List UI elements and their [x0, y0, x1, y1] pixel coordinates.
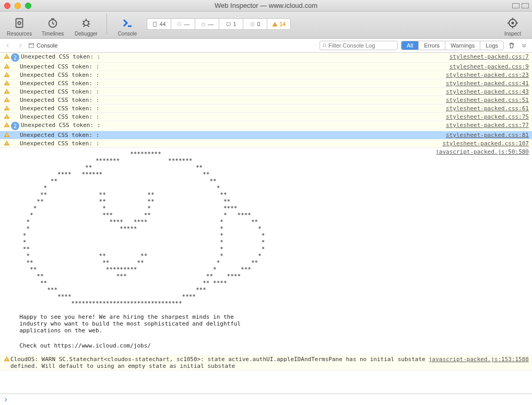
- source-link[interactable]: stylesheet-packed.css:75: [446, 113, 529, 120]
- toolbar: Resources Timelines Debugger Console 44 …: [0, 11, 532, 39]
- stat-timer[interactable]: —: [195, 18, 219, 30]
- window-layout-controls[interactable]: [512, 3, 529, 8]
- console-row[interactable]: Unexpected CSS token: :stylesheet-packed…: [0, 140, 532, 148]
- segment-logs[interactable]: Logs: [480, 41, 503, 50]
- log-message: Unexpected CSS token: :: [20, 113, 446, 120]
- source-link[interactable]: stylesheet-packed.css:61: [446, 105, 529, 112]
- svg-rect-26: [7, 116, 7, 118]
- warning-icon: [3, 132, 10, 138]
- svg-rect-31: [7, 136, 7, 136]
- console-row[interactable]: Unexpected CSS token: :stylesheet-packed…: [0, 79, 532, 88]
- svg-rect-27: [7, 118, 7, 118]
- svg-point-5: [202, 22, 205, 26]
- minimize-window-button[interactable]: [15, 3, 21, 9]
- svg-rect-32: [7, 143, 7, 144]
- console-row[interactable]: 2Unexpected CSS token: :stylesheet-packe…: [0, 53, 532, 63]
- segment-all[interactable]: All: [401, 41, 419, 50]
- filter-console-input[interactable]: [327, 42, 395, 49]
- svg-rect-30: [7, 134, 7, 136]
- svg-rect-17: [7, 76, 7, 76]
- stat-bells[interactable]: —: [171, 18, 195, 30]
- svg-rect-34: [7, 358, 7, 360]
- overflow-button[interactable]: [519, 41, 529, 50]
- close-window-button[interactable]: [4, 3, 10, 9]
- tab-timelines[interactable]: Timelines: [37, 16, 69, 37]
- console-row[interactable]: Unexpected CSS token: :stylesheet-packed…: [0, 96, 532, 105]
- log-level-segment: All Errors Warnings Logs: [401, 41, 504, 50]
- log-message: CloudOS: WARN SC.Statechart<cloudos-stat…: [10, 356, 429, 369]
- source-link[interactable]: stylesheet-packed.css:23: [446, 72, 529, 78]
- source-link[interactable]: stylesheet-packed.css:7: [450, 53, 529, 60]
- console-row[interactable]: Unexpected CSS token: :stylesheet-packed…: [0, 88, 532, 96]
- source-link[interactable]: javascript-packed.js:50:580: [435, 148, 529, 155]
- nav-forward[interactable]: [16, 41, 25, 50]
- svg-rect-21: [7, 92, 7, 93]
- source-link[interactable]: stylesheet-packed.css:77: [446, 122, 529, 129]
- console-prompt[interactable]: [0, 394, 532, 405]
- source-link[interactable]: stylesheet-packed.css:51: [446, 97, 529, 103]
- source-link[interactable]: stylesheet-packed.css:43: [446, 88, 529, 95]
- svg-rect-4: [153, 22, 157, 26]
- svg-rect-6: [227, 22, 230, 26]
- log-message: Unexpected CSS token: :: [20, 132, 446, 138]
- stat-documents[interactable]: 44: [147, 18, 171, 30]
- console-row[interactable]: Unexpected CSS token: :stylesheet-packed…: [0, 63, 532, 71]
- console-row[interactable]: Unexpected CSS token: :stylesheet-packed…: [0, 71, 532, 79]
- warning-icon: [3, 88, 10, 95]
- inspect-button[interactable]: Inspect: [496, 16, 529, 37]
- svg-point-9: [512, 22, 514, 24]
- svg-rect-0: [16, 19, 23, 28]
- segment-errors[interactable]: Errors: [419, 41, 445, 50]
- filter-input-wrapper[interactable]: [320, 41, 398, 50]
- source-link[interactable]: stylesheet-packed.css:107: [442, 140, 529, 147]
- console-row[interactable]: Unexpected CSS token: :stylesheet-packed…: [0, 131, 532, 140]
- log-message: Unexpected CSS token: :: [20, 140, 442, 147]
- stat-errors[interactable]: 0: [243, 18, 267, 30]
- segment-warnings[interactable]: Warnings: [445, 41, 480, 50]
- svg-point-3: [84, 20, 88, 25]
- log-message: Unexpected CSS token: :: [20, 72, 446, 78]
- svg-rect-23: [7, 101, 7, 101]
- warning-icon: [3, 356, 10, 362]
- svg-rect-15: [7, 67, 7, 68]
- repeat-count-badge: 2: [11, 53, 19, 62]
- console-row[interactable]: 2Unexpected CSS token: :stylesheet-packe…: [0, 121, 532, 131]
- console-row[interactable]: Unexpected CSS token: :stylesheet-packed…: [0, 113, 532, 121]
- source-link[interactable]: stylesheet-packed.css:41: [446, 80, 529, 87]
- stopwatch-icon: [47, 16, 58, 30]
- console-log-area[interactable]: 2Unexpected CSS token: :stylesheet-packe…: [0, 53, 532, 394]
- breadcrumb-label[interactable]: Console: [28, 42, 57, 49]
- svg-rect-24: [7, 108, 7, 109]
- log-message: Unexpected CSS token: :: [21, 53, 450, 60]
- warning-icon: [3, 140, 10, 146]
- svg-rect-19: [7, 84, 7, 85]
- stat-warnings[interactable]: 14: [267, 18, 291, 30]
- console-row-ascii[interactable]: ********* ******* ******* ** ** **** ***…: [0, 148, 532, 355]
- svg-rect-13: [7, 57, 7, 58]
- titlebar: Web Inspector — www.icloud.com: [0, 0, 532, 11]
- source-link[interactable]: javascript-packed.js:153:1588: [429, 356, 529, 363]
- window-title: Web Inspector — www.icloud.com: [0, 2, 532, 9]
- breadcrumb-bar: Console All Errors Warnings Logs: [0, 39, 532, 53]
- source-link[interactable]: stylesheet-packed.css:81: [446, 132, 529, 138]
- nav-back[interactable]: [3, 41, 13, 50]
- console-row[interactable]: Unexpected CSS token: :stylesheet-packed…: [0, 105, 532, 113]
- source-link[interactable]: stylesheet-packed.css:9: [450, 63, 529, 70]
- tab-resources[interactable]: Resources: [3, 16, 36, 37]
- jobs-link[interactable]: https://www.icloud.com/jobs/: [54, 342, 150, 349]
- document-icon: [14, 16, 25, 30]
- svg-rect-10: [29, 43, 34, 48]
- svg-rect-33: [7, 144, 7, 145]
- log-message: Unexpected CSS token: :: [20, 88, 446, 95]
- stat-messages[interactable]: 1: [219, 18, 243, 30]
- svg-rect-20: [7, 91, 7, 92]
- console-row[interactable]: CloudOS: WARN SC.Statechart<cloudos-stat…: [0, 355, 532, 371]
- toolbar-separator: [107, 14, 107, 34]
- tab-console[interactable]: Console: [111, 16, 144, 37]
- svg-rect-29: [7, 126, 7, 126]
- zoom-window-button[interactable]: [25, 3, 31, 9]
- svg-rect-12: [7, 56, 7, 57]
- tab-debugger[interactable]: Debugger: [70, 16, 102, 37]
- ascii-art: ********* ******* ******* ** ** **** ***…: [3, 148, 435, 339]
- clear-log-button[interactable]: [507, 41, 516, 50]
